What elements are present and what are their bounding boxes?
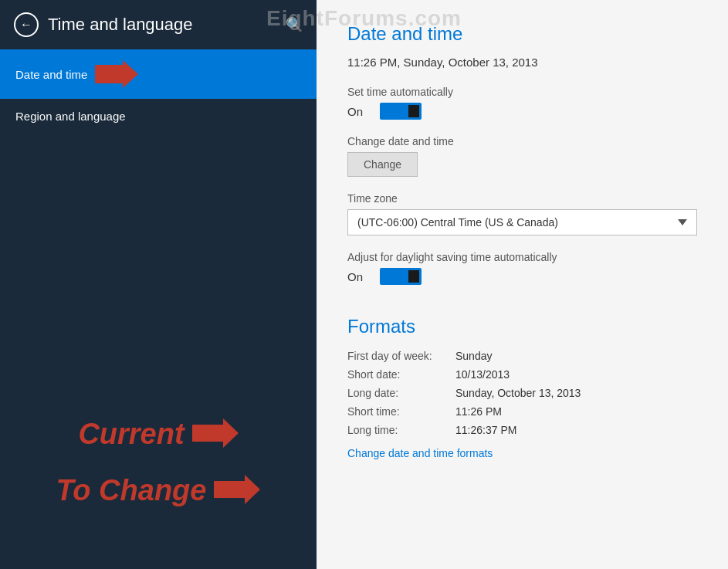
daylight-saving-value: On <box>347 270 369 283</box>
to-change-annotation-label: To Change <box>56 474 207 507</box>
search-icon[interactable]: 🔍 <box>286 16 303 33</box>
sidebar-title: Time and language <box>48 15 276 35</box>
current-annotation-label: Current <box>78 418 184 451</box>
set-time-auto-label: Set time automatically <box>347 86 697 98</box>
date-time-section-title: Date and time <box>347 23 697 45</box>
change-date-time-label: Change date and time <box>347 135 697 147</box>
format-row-0: First day of week: Sunday <box>347 350 697 362</box>
svg-marker-2 <box>214 475 260 504</box>
sidebar-item-region-label: Region and language <box>15 110 126 123</box>
current-datetime-display: 11:26 PM, Sunday, October 13, 2013 <box>347 56 697 69</box>
format-value-1: 10/13/2013 <box>455 368 510 381</box>
daylight-saving-label: Adjust for daylight saving time automati… <box>347 251 697 263</box>
to-change-arrow-icon <box>214 475 260 507</box>
daylight-saving-group: Adjust for daylight saving time automati… <box>347 251 697 285</box>
time-zone-select[interactable]: (UTC-06:00) Central Time (US & Canada) <box>347 209 697 235</box>
format-row-4: Long time: 11:26:37 PM <box>347 424 697 436</box>
format-value-4: 11:26:37 PM <box>455 424 516 436</box>
format-row-1: Short date: 10/13/2013 <box>347 368 697 381</box>
format-key-1: Short date: <box>347 368 448 381</box>
main-content: Date and time 11:26 PM, Sunday, October … <box>317 0 728 569</box>
format-key-3: Short time: <box>347 405 448 418</box>
daylight-saving-toggle-row: On <box>347 268 697 285</box>
section-divider <box>347 300 697 316</box>
sidebar-nav: Date and time Region and language <box>0 49 317 134</box>
format-row-2: Long date: Sunday, October 13, 2013 <box>347 387 697 399</box>
toggle-thumb <box>408 105 419 117</box>
annotation-current: Current <box>78 418 238 451</box>
time-zone-group: Time zone (UTC-06:00) Central Time (US &… <box>347 192 697 235</box>
formats-section-title: Formats <box>347 316 697 337</box>
svg-marker-0 <box>95 60 138 88</box>
set-time-auto-toggle-row: On <box>347 103 697 120</box>
sidebar-item-date-and-time[interactable]: Date and time <box>0 49 317 99</box>
sidebar-header: ← Time and language 🔍 <box>0 0 317 49</box>
sidebar: ← Time and language 🔍 Date and time Regi… <box>0 0 317 569</box>
sidebar-item-region-and-language[interactable]: Region and language <box>0 99 317 134</box>
annotation-to-change: To Change <box>56 474 261 507</box>
format-value-3: 11:26 PM <box>455 405 502 418</box>
format-key-0: First day of week: <box>347 350 448 362</box>
format-value-2: Sunday, October 13, 2013 <box>455 387 581 399</box>
time-zone-label: Time zone <box>347 192 697 205</box>
daylight-toggle-thumb <box>408 270 419 283</box>
set-time-auto-toggle[interactable] <box>380 103 422 120</box>
change-date-time-button[interactable]: Change <box>347 152 418 177</box>
change-formats-link[interactable]: Change date and time formats <box>347 447 493 459</box>
back-button[interactable]: ← <box>14 12 39 37</box>
annotation-area: Current To Change <box>0 134 317 569</box>
set-time-auto-value: On <box>347 105 369 118</box>
change-date-time-group: Change date and time Change <box>347 135 697 177</box>
svg-marker-1 <box>192 418 239 448</box>
main-layout: ← Time and language 🔍 Date and time Regi… <box>0 0 728 569</box>
sidebar-item-date-and-time-label: Date and time <box>15 68 87 81</box>
date-time-section: Date and time 11:26 PM, Sunday, October … <box>347 23 697 285</box>
format-value-0: Sunday <box>455 350 492 362</box>
format-key-2: Long date: <box>347 387 448 399</box>
format-key-4: Long time: <box>347 424 448 436</box>
current-arrow-icon <box>192 418 239 451</box>
back-arrow-icon: ← <box>20 19 32 31</box>
format-row-3: Short time: 11:26 PM <box>347 405 697 418</box>
formats-section: Formats First day of week: Sunday Short … <box>347 316 697 460</box>
daylight-saving-toggle[interactable] <box>380 268 422 285</box>
set-time-auto-group: Set time automatically On <box>347 86 697 120</box>
nav-arrow-annotation <box>95 60 138 88</box>
